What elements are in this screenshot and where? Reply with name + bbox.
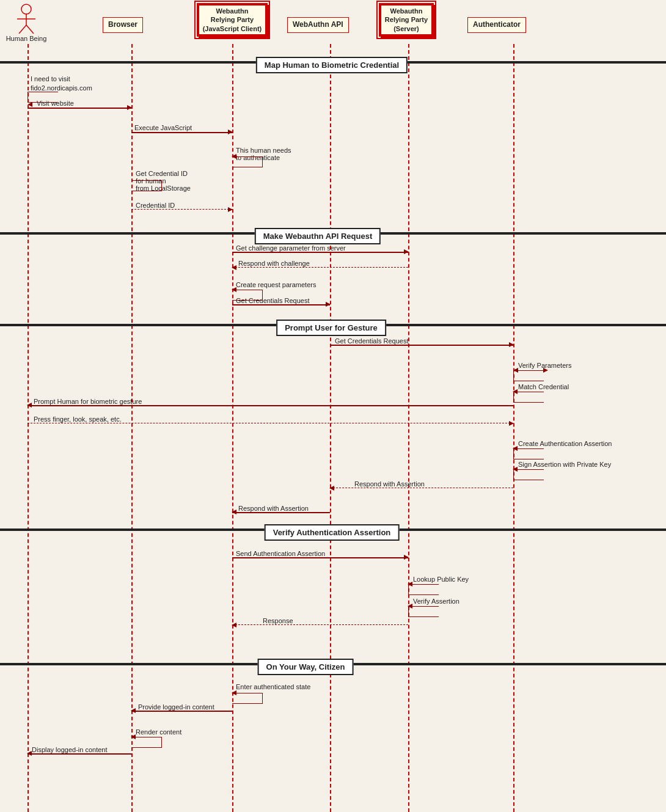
label-get-credentials-req: Get Credentials Request [236,297,309,304]
arrow-get-credentials-req [232,304,330,305]
lifeline-authenticator [513,44,514,812]
label-credential-id: Credential ID [136,202,175,209]
label-prompt-biometric: Prompt Human for biometric gesture [34,398,142,405]
arrow-prompt-biometric [27,405,513,406]
participant-webauthn-api: WebAuthn API [287,17,349,33]
label-execute-js: Execute JavaScript [134,124,192,131]
label-enter-auth: Enter authenticated state [236,683,310,690]
arrow-credential-id [131,209,232,210]
label-create-params: Create request parameters [236,281,316,288]
label-provide-content: Provide logged-in content [138,703,214,711]
svg-point-0 [21,4,31,14]
participant-rp-js-label: WebauthnRelying Party(JavaScript Client) [197,3,268,37]
label-respond-assertion-1: Respond with Assertion [354,480,425,488]
section-label-4: Verify Authentication Assertion [265,524,400,541]
participant-rp-server: WebauthnRelying Party(Server) [370,3,443,37]
arrow-execute-js [131,132,232,133]
label-display-content: Display logged-in content [32,746,108,753]
actor-human-label: Human Being [5,35,48,42]
lifeline-browser [131,44,133,812]
sequence-diagram: Human Being Browser WebauthnRelying Part… [0,0,666,812]
label-match-credential: Match Credential [518,383,569,390]
human-icon [14,3,38,34]
label-visit-website: Visit website [37,100,74,107]
section-label-1: Map Human to Biometric Credential [256,57,408,73]
arrow-respond-assertion-2 [232,512,330,513]
self-box-credential [131,180,162,191]
label-get-challenge: Get challenge parameter from server [236,244,346,252]
section-label-3: Prompt User for Gesture [276,320,386,336]
svg-line-3 [19,25,26,34]
participant-rp-js: WebauthnRelying Party(JavaScript Client) [192,3,272,37]
lifeline-rp-server [408,44,409,812]
arrow-respond-assertion-1 [330,488,513,488]
participant-browser: Browser [103,17,143,33]
label-respond-assertion-2: Respond with Assertion [238,505,309,512]
arrow-response [232,624,408,625]
label-send-auth-assertion: Send Authentication Assertion [236,550,325,557]
label-get-cred-req-auth: Get Credentials Request [335,337,408,345]
label-response: Response [263,617,293,624]
arrow-get-challenge [232,252,408,253]
svg-line-4 [26,25,34,34]
section-label-5: On Your Way, Citizen [258,659,354,675]
participant-rp-server-label: WebauthnRelying Party(Server) [379,3,434,37]
label-create-assertion: Create Authentication Assertion [518,440,612,447]
label-respond-challenge: Respond with challenge [238,260,310,267]
note-visit: I need to visitfido2.nordicapis.com [31,75,92,93]
label-lookup-pubkey: Lookup Public Key [413,576,469,583]
arrow-get-cred-req-auth [330,345,513,346]
arrow-provide-content [131,711,232,712]
lifeline-webauthn-api [330,44,331,812]
lifeline-human [27,44,29,812]
participant-webauthn-api-label: WebAuthn API [287,17,349,33]
participant-browser-label: Browser [103,17,143,33]
arrow-send-auth-assertion [232,557,408,558]
arrow-respond-challenge [232,267,408,268]
actor-human: Human Being [5,3,48,42]
arrow-visit-website [27,108,131,109]
arrow-display-content [27,753,131,755]
section-label-2: Make Webauthn API Request [255,228,381,244]
label-sign-assertion: Sign Assertion with Private Key [518,461,611,468]
arrowhead-visit [27,102,32,107]
label-render-content: Render content [136,728,181,736]
label-verify-assertion: Verify Assertion [413,598,459,605]
arrow-press-finger [27,423,513,423]
participant-authenticator: Authenticator [467,17,526,33]
participant-authenticator-label: Authenticator [467,17,526,33]
label-press-finger: Press finger, look, speak, etc. [34,415,122,423]
